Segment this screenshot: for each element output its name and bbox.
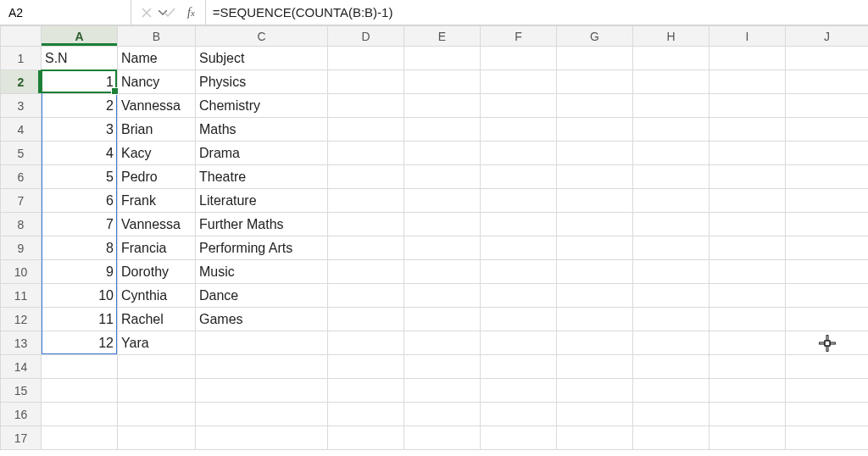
cell-D12[interactable] — [328, 308, 404, 331]
cell-B16[interactable] — [118, 403, 196, 426]
column-header-J[interactable]: J — [786, 26, 869, 47]
cell-B4[interactable]: Brian — [118, 118, 196, 142]
cell-C14[interactable] — [196, 355, 328, 379]
cell-J9[interactable] — [786, 236, 869, 260]
cell-A11[interactable]: 10 — [42, 284, 118, 308]
cell-A16[interactable] — [42, 403, 118, 426]
cell-J6[interactable] — [786, 165, 869, 189]
cell-G14[interactable] — [557, 355, 633, 379]
cell-C15[interactable] — [196, 379, 328, 403]
cell-F10[interactable] — [481, 260, 557, 284]
cell-E5[interactable] — [404, 142, 481, 165]
cell-D15[interactable] — [328, 379, 404, 403]
cell-C12[interactable]: Games — [196, 308, 328, 331]
select-all-corner[interactable] — [1, 26, 42, 47]
cell-E17[interactable] — [404, 426, 481, 450]
cell-I16[interactable] — [709, 403, 786, 426]
cell-F12[interactable] — [481, 308, 557, 331]
cell-E7[interactable] — [404, 189, 481, 213]
cell-D14[interactable] — [328, 355, 404, 379]
cell-I3[interactable] — [709, 94, 786, 118]
cell-B6[interactable]: Pedro — [118, 165, 196, 189]
cell-A8[interactable]: 7 — [42, 213, 118, 236]
cell-B7[interactable]: Frank — [118, 189, 196, 213]
cell-E1[interactable] — [404, 47, 481, 70]
cell-H8[interactable] — [633, 213, 709, 236]
cell-H5[interactable] — [633, 142, 709, 165]
cell-D3[interactable] — [328, 94, 404, 118]
cell-B15[interactable] — [118, 379, 196, 403]
cell-D4[interactable] — [328, 118, 404, 142]
cell-H13[interactable] — [633, 331, 709, 355]
row-header-9[interactable]: 9 — [1, 236, 42, 260]
cell-D10[interactable] — [328, 260, 404, 284]
cell-B14[interactable] — [118, 355, 196, 379]
cell-D2[interactable] — [328, 70, 404, 94]
cell-D9[interactable] — [328, 236, 404, 260]
cell-J11[interactable] — [786, 284, 869, 308]
fx-icon[interactable]: fx — [187, 6, 195, 19]
cell-J15[interactable] — [786, 379, 869, 403]
cell-F6[interactable] — [481, 165, 557, 189]
cell-B8[interactable]: Vannessa — [118, 213, 196, 236]
cell-C9[interactable]: Performing Arts — [196, 236, 328, 260]
cell-H15[interactable] — [633, 379, 709, 403]
cell-A3[interactable]: 2 — [42, 94, 118, 118]
row-header-17[interactable]: 17 — [1, 426, 42, 450]
column-header-G[interactable]: G — [557, 26, 633, 47]
cell-B3[interactable]: Vannessa — [118, 94, 196, 118]
cell-F8[interactable] — [481, 213, 557, 236]
cell-G11[interactable] — [557, 284, 633, 308]
cell-E12[interactable] — [404, 308, 481, 331]
cell-C16[interactable] — [196, 403, 328, 426]
cell-H11[interactable] — [633, 284, 709, 308]
cell-D5[interactable] — [328, 142, 404, 165]
cell-E13[interactable] — [404, 331, 481, 355]
cell-I15[interactable] — [709, 379, 786, 403]
cell-H10[interactable] — [633, 260, 709, 284]
cell-F15[interactable] — [481, 379, 557, 403]
row-header-12[interactable]: 12 — [1, 308, 42, 331]
cell-F4[interactable] — [481, 118, 557, 142]
cell-A13[interactable]: 12 — [42, 331, 118, 355]
cell-J10[interactable] — [786, 260, 869, 284]
cell-I12[interactable] — [709, 308, 786, 331]
cell-E11[interactable] — [404, 284, 481, 308]
cell-I8[interactable] — [709, 213, 786, 236]
cell-A14[interactable] — [42, 355, 118, 379]
row-header-10[interactable]: 10 — [1, 260, 42, 284]
cell-F7[interactable] — [481, 189, 557, 213]
row-header-5[interactable]: 5 — [1, 142, 42, 165]
row-header-8[interactable]: 8 — [1, 213, 42, 236]
cell-D7[interactable] — [328, 189, 404, 213]
cell-B13[interactable]: Yara — [118, 331, 196, 355]
cell-C17[interactable] — [196, 426, 328, 450]
cell-C10[interactable]: Music — [196, 260, 328, 284]
cell-I7[interactable] — [709, 189, 786, 213]
cell-B17[interactable] — [118, 426, 196, 450]
row-header-13[interactable]: 13 — [1, 331, 42, 355]
row-header-14[interactable]: 14 — [1, 355, 42, 379]
cell-C3[interactable]: Chemistry — [196, 94, 328, 118]
cell-H7[interactable] — [633, 189, 709, 213]
worksheet[interactable]: ABCDEFGHIJ 1S.NNameSubject21NancyPhysics… — [0, 25, 868, 450]
cell-I11[interactable] — [709, 284, 786, 308]
row-header-6[interactable]: 6 — [1, 165, 42, 189]
row-header-7[interactable]: 7 — [1, 189, 42, 213]
cell-E2[interactable] — [404, 70, 481, 94]
cell-A17[interactable] — [42, 426, 118, 450]
cell-B10[interactable]: Dorothy — [118, 260, 196, 284]
cell-H9[interactable] — [633, 236, 709, 260]
cell-G4[interactable] — [557, 118, 633, 142]
cell-F9[interactable] — [481, 236, 557, 260]
cell-G9[interactable] — [557, 236, 633, 260]
row-header-1[interactable]: 1 — [1, 47, 42, 70]
cell-C7[interactable]: Literature — [196, 189, 328, 213]
cell-I13[interactable] — [709, 331, 786, 355]
cell-B12[interactable]: Rachel — [118, 308, 196, 331]
column-header-C[interactable]: C — [196, 26, 328, 47]
row-header-11[interactable]: 11 — [1, 284, 42, 308]
cell-H1[interactable] — [633, 47, 709, 70]
cell-G17[interactable] — [557, 426, 633, 450]
cell-J1[interactable] — [786, 47, 869, 70]
